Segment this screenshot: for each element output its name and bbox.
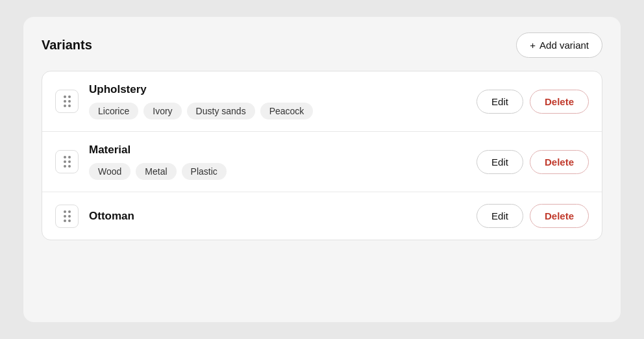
drag-dots [64, 210, 71, 222]
tag-peacock: Peacock [260, 103, 314, 119]
drag-handle-upholstery[interactable] [55, 90, 79, 113]
variant-name-ottoman: Ottoman [89, 210, 466, 223]
variant-name-material: Material [89, 144, 466, 157]
variant-row-upholstery: Upholstery Licorice Ivory Dusty sands Pe… [42, 71, 602, 132]
dot [68, 210, 71, 213]
tag-licorice: Licorice [89, 103, 138, 119]
variant-info-material: Material Wood Metal Plastic [89, 144, 466, 180]
variant-actions-ottoman: Edit Delete [477, 204, 589, 228]
tag-wood: Wood [89, 163, 130, 180]
variants-container: Variants + Add variant Upholstery [23, 17, 621, 322]
dot [64, 210, 66, 213]
dot [64, 215, 66, 218]
variant-list: Upholstery Licorice Ivory Dusty sands Pe… [42, 71, 602, 240]
delete-button-upholstery[interactable]: Delete [530, 90, 589, 114]
tag-list-material: Wood Metal Plastic [89, 163, 466, 180]
dot [68, 100, 71, 103]
dot [68, 160, 71, 163]
edit-button-upholstery[interactable]: Edit [477, 90, 523, 114]
drag-dots [64, 156, 71, 168]
dot [68, 156, 71, 158]
dot [68, 165, 71, 168]
dot [64, 95, 66, 98]
variant-actions-material: Edit Delete [477, 150, 589, 174]
dot [64, 105, 66, 107]
dot [64, 160, 66, 163]
dot [68, 95, 71, 98]
variant-row-ottoman: Ottoman Edit Delete [42, 192, 602, 240]
variant-info-upholstery: Upholstery Licorice Ivory Dusty sands Pe… [89, 83, 466, 119]
edit-button-ottoman[interactable]: Edit [477, 204, 523, 228]
plus-icon: + [530, 40, 536, 51]
drag-dots [64, 95, 71, 107]
delete-button-ottoman[interactable]: Delete [530, 204, 589, 228]
add-variant-button[interactable]: + Add variant [516, 32, 602, 58]
dot [64, 100, 66, 103]
drag-handle-ottoman[interactable] [55, 205, 79, 228]
variant-row-material: Material Wood Metal Plastic Edit Delete [42, 132, 602, 192]
variants-title: Variants [42, 38, 92, 53]
variants-header: Variants + Add variant [42, 32, 602, 58]
dot [64, 165, 66, 168]
variant-info-ottoman: Ottoman [89, 210, 466, 223]
dot [64, 220, 66, 222]
tag-list-upholstery: Licorice Ivory Dusty sands Peacock [89, 103, 466, 119]
tag-metal: Metal [136, 163, 176, 180]
dot [68, 215, 71, 218]
dot [68, 220, 71, 222]
delete-button-material[interactable]: Delete [530, 150, 589, 174]
dot [64, 156, 66, 158]
tag-ivory: Ivory [143, 103, 181, 119]
edit-button-material[interactable]: Edit [477, 150, 523, 174]
drag-handle-material[interactable] [55, 150, 79, 173]
variant-actions-upholstery: Edit Delete [477, 90, 589, 114]
add-variant-label: Add variant [539, 40, 589, 51]
variant-name-upholstery: Upholstery [89, 83, 466, 96]
dot [68, 105, 71, 107]
tag-plastic: Plastic [182, 163, 227, 180]
tag-dusty-sands: Dusty sands [187, 103, 255, 119]
